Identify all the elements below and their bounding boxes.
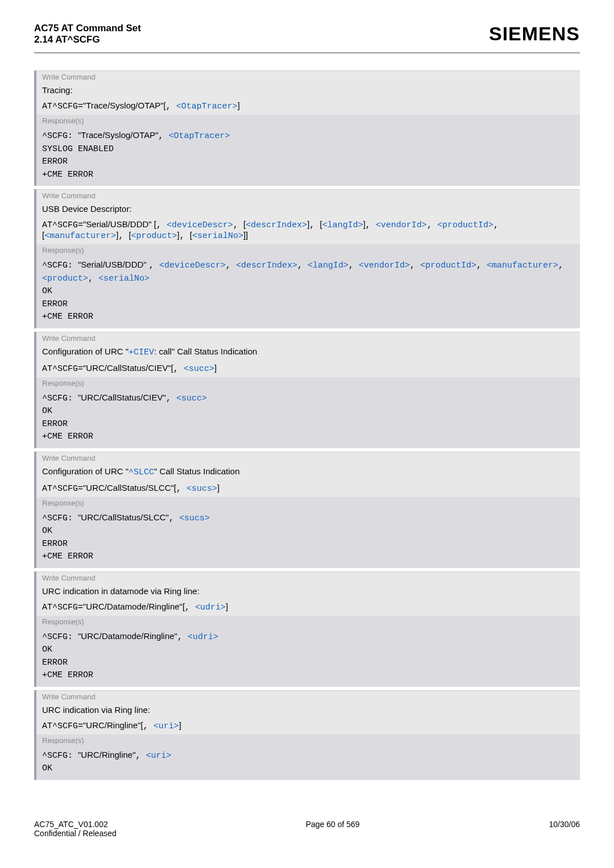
text-token: ] [214,363,217,373]
parameter-link[interactable]: <vendorId> [359,261,410,270]
parameter-link[interactable]: <uri> [146,751,172,761]
parameter-link[interactable]: <udri> [188,632,218,642]
text-token: ^SCFG: [42,131,78,141]
parameter-link[interactable]: <deviceDescr> [159,261,226,270]
command-block: Write CommandURC indication in datamode … [34,571,580,687]
command-block: Write CommandConfiguration of URC "+CIEV… [34,332,580,448]
text-token: "Trace/Syslog/OTAP"[ [83,101,166,110]
header-left: AC75 AT Command Set 2.14 AT^SCFG [34,23,141,45]
response-line: +CME ERROR [42,311,574,324]
text-token: " Call Status Indication [154,466,239,476]
text-token: AT^SCFG= [42,484,83,494]
text-token: URC indication via Ring line: [42,705,150,715]
response-line: OK [42,525,574,538]
response-label: Response(s) [36,616,580,628]
text-token: ^SCFG: [42,514,78,523]
response-line: ERROR [42,156,574,169]
text-token: ] [238,101,240,110]
command-description: URC indication in datamode via Ring line… [36,584,580,599]
response-line: ^SCFG: "URC/Ringline", <uri> [42,749,574,763]
text-token: +CME ERROR [42,432,93,441]
response-line: OK [42,405,574,418]
response-line: ERROR [42,298,574,311]
footer-page: Page 60 of 569 [306,820,360,838]
parameter-link[interactable]: <uri> [154,721,179,731]
command-syntax: AT^SCFG="URC/CallStatus/SLCC"[, <sucs>] [36,481,580,497]
command-block: Write CommandURC indication via Ring lin… [34,690,580,780]
parameter-link[interactable]: <deviceDescr> [167,220,233,230]
parameter-link[interactable]: +CIEV [128,348,154,357]
parameter-link[interactable]: <manufacturer> [487,261,558,270]
parameter-link[interactable]: <vendorId> [376,220,427,230]
parameter-link[interactable]: <langId> [308,261,349,270]
text-token: , [180,231,190,241]
text-token: : [70,85,72,95]
footer-version: AC75_ATC_V01.002 [34,820,117,829]
text-token: , [493,220,499,230]
text-token: , [177,632,188,642]
text-token: , [349,261,359,270]
text-token: OK [42,763,52,773]
text-token: ^SCFG: [42,632,78,642]
parameter-link[interactable]: <productId> [437,220,493,230]
text-token: , [118,231,128,241]
parameter-link[interactable]: <succ> [176,394,207,403]
text-token: ERROR [42,419,68,429]
response-line: SYSLOG ENABLED [42,143,574,156]
response-body: ^SCFG: "URC/CallStatus/SLCC", <sucs>OKER… [36,509,580,568]
text-token: , [476,261,487,270]
response-label: Response(s) [36,115,580,127]
parameter-link[interactable]: <product> [42,274,88,283]
doc-section: 2.14 AT^SCFG [34,34,141,45]
footer-confidential: Confidential / Released [34,829,117,838]
text-token: , [297,261,308,270]
write-command-label: Write Command [36,690,580,703]
text-token: , [149,261,159,270]
document-header: AC75 AT Command Set 2.14 AT^SCFG SIEMENS [34,23,580,45]
parameter-link[interactable]: <serialNo> [192,231,243,241]
content-body: Write CommandTracing:AT^SCFG="Trace/Sysl… [34,70,580,780]
response-line: ERROR [42,657,574,670]
parameter-link[interactable]: <product> [131,231,177,241]
text-token: , [226,261,236,270]
parameter-link[interactable]: <udri> [195,603,226,612]
text-token: ] [179,720,181,730]
text-token: "URC/CallStatus/SLCC" [78,512,169,522]
response-line: +CME ERROR [42,431,574,444]
parameter-link[interactable]: <sucs> [186,484,217,494]
command-syntax: AT^SCFG="URC/Datamode/Ringline"[, <udri>… [36,599,580,616]
text-token: , [136,751,146,761]
write-command-label: Write Command [36,571,580,584]
parameter-link[interactable]: <langId> [322,220,363,230]
text-token: "URC/Datamode/Ringline"[ [83,602,185,611]
text-token: "URC/CallStatus/CIEV"[ [83,363,173,373]
text-token: , [427,220,437,230]
parameter-link[interactable]: <descrIndex> [236,261,297,270]
brand-logo: SIEMENS [489,23,580,45]
text-token: ^SCFG: [42,261,78,270]
text-token: , [176,484,186,494]
parameter-link[interactable]: <productId> [420,261,476,270]
parameter-link[interactable]: <succ> [184,364,214,374]
page-footer: AC75_ATC_V01.002 Confidential / Released… [34,814,580,838]
parameter-link[interactable]: ^SLCC [128,468,154,477]
response-body: ^SCFG: "Serial/USB/DDD" , <deviceDescr>,… [36,256,580,328]
command-description: Tracing: [36,83,580,98]
response-label: Response(s) [36,244,580,256]
command-block: Write CommandUSB Device Descriptor:AT^SC… [34,189,580,328]
parameter-link[interactable]: <OtapTracer> [176,102,238,111]
parameter-link[interactable]: <serialNo> [98,274,150,283]
response-body: ^SCFG: "URC/Ringline", <uri>OK [36,746,580,780]
text-token: AT^SCFG= [42,603,83,612]
parameter-link[interactable]: <manufacturer> [44,231,116,241]
parameter-link[interactable]: <sucs> [179,514,210,523]
text-token: ]] [243,230,248,240]
response-line: +CME ERROR [42,669,574,682]
parameter-link[interactable]: <OtapTracer> [169,131,230,141]
text-token: Tracing [42,85,70,95]
response-line: ERROR [42,538,574,551]
text-token: ERROR [42,299,68,309]
parameter-link[interactable]: <descrIndex> [246,220,307,230]
text-token: "URC/Ringline"[ [83,720,143,730]
text-token: AT^SCFG= [42,721,83,731]
